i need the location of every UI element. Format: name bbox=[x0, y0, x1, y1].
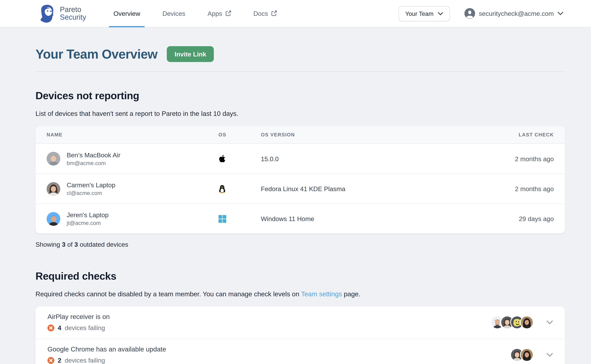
devices-table-header: NAME OS OS VERSION LAST CHECK bbox=[35, 126, 565, 144]
device-row[interactable]: Jeren's Laptop jt@acme.com Windows 11 Ho… bbox=[35, 203, 565, 234]
checks-description-text: page. bbox=[342, 290, 360, 298]
os-version: Fedora Linux 41 KDE Plasma bbox=[261, 185, 462, 192]
check-title: Google Chrome has an available update bbox=[47, 345, 166, 353]
last-check: 2 months ago bbox=[462, 155, 554, 162]
tab-apps-label: Apps bbox=[208, 10, 222, 17]
invite-link-button[interactable]: Invite Link bbox=[167, 46, 214, 62]
device-name: Jeren's Laptop bbox=[67, 211, 109, 219]
os-cell bbox=[219, 215, 261, 223]
brand-wordmark: Pareto Security bbox=[60, 6, 86, 21]
header-divider bbox=[35, 72, 565, 72]
brand-logo[interactable]: Pareto Security bbox=[39, 4, 86, 23]
check-info: Google Chrome has an available update 2 … bbox=[47, 345, 166, 364]
tab-overview[interactable]: Overview bbox=[113, 0, 141, 27]
account-email: securitycheck@acme.com bbox=[479, 10, 554, 17]
os-cell bbox=[219, 154, 261, 163]
check-row[interactable]: AirPlay receiver is on 4 devices failing bbox=[35, 306, 565, 339]
last-check: 29 days ago bbox=[462, 215, 554, 222]
team-selector-button[interactable]: Your Team bbox=[398, 6, 450, 21]
column-header-os: OS bbox=[219, 132, 261, 137]
tab-apps[interactable]: Apps bbox=[207, 0, 232, 27]
member-avatar bbox=[520, 315, 534, 329]
device-row[interactable]: Carmen's Laptop cl@acme.com bbox=[35, 174, 565, 203]
check-title: AirPlay receiver is on bbox=[47, 313, 110, 321]
check-status: 2 devices failing bbox=[47, 357, 166, 364]
check-row[interactable]: Google Chrome has an available update 2 … bbox=[35, 339, 565, 364]
os-cell bbox=[219, 185, 261, 193]
last-check: 2 months ago bbox=[462, 185, 554, 192]
external-link-icon bbox=[271, 10, 277, 16]
devices-table: NAME OS OS VERSION LAST CHECK Ben’s MacB… bbox=[35, 126, 565, 234]
windows-os-icon bbox=[219, 215, 226, 223]
linux-tux-icon bbox=[219, 185, 226, 193]
primary-nav: Overview Devices Apps Docs bbox=[113, 0, 278, 27]
devices-summary: Showing 3 of 3 outdated devices bbox=[35, 241, 565, 248]
page-header: Your Team Overview Invite Link bbox=[35, 46, 565, 62]
column-header-name: NAME bbox=[47, 132, 219, 137]
required-checks-list: AirPlay receiver is on 4 devices failing bbox=[35, 306, 565, 364]
device-owner-avatar bbox=[47, 152, 60, 165]
tab-devices[interactable]: Devices bbox=[162, 0, 186, 27]
check-row-right bbox=[510, 348, 553, 362]
summary-shown-count: 3 bbox=[62, 241, 65, 248]
summary-text: Showing bbox=[35, 241, 62, 248]
tab-overview-label: Overview bbox=[113, 10, 140, 17]
device-name-cell: Jeren's Laptop jt@acme.com bbox=[47, 211, 219, 226]
main-content: Your Team Overview Invite Link Devices n… bbox=[0, 27, 591, 364]
device-name-cell: Ben’s MacBook Air bm@acme.com bbox=[47, 151, 219, 166]
team-settings-link[interactable]: Team settings bbox=[301, 290, 342, 298]
brand-name-line2: Security bbox=[60, 13, 86, 21]
failing-members-avatars bbox=[491, 315, 534, 329]
device-name: Carmen's Laptop bbox=[67, 181, 115, 188]
checks-section-heading: Required checks bbox=[35, 270, 565, 282]
page-title: Your Team Overview bbox=[35, 47, 157, 61]
member-avatar bbox=[520, 348, 534, 362]
checks-description-text: Required checks cannot be disabled by a … bbox=[35, 290, 301, 298]
chevron-down-icon bbox=[438, 12, 443, 15]
pareto-mascot-icon bbox=[39, 4, 56, 23]
expand-check-chevron-icon[interactable] bbox=[546, 353, 553, 357]
tab-docs[interactable]: Docs bbox=[253, 0, 278, 27]
account-menu[interactable]: securitycheck@acme.com bbox=[464, 8, 563, 19]
error-x-icon bbox=[47, 324, 54, 331]
summary-text: outdated devices bbox=[78, 241, 128, 248]
summary-text: of bbox=[65, 241, 74, 248]
expand-check-chevron-icon[interactable] bbox=[546, 320, 553, 324]
column-header-last-check: LAST CHECK bbox=[462, 132, 554, 137]
failing-count: 2 bbox=[58, 357, 61, 364]
failing-count: 4 bbox=[58, 324, 61, 331]
check-status: 4 devices failing bbox=[47, 324, 110, 331]
team-selector-label: Your Team bbox=[405, 10, 434, 17]
device-owner-email: bm@acme.com bbox=[67, 160, 120, 166]
error-x-icon bbox=[47, 357, 54, 364]
failing-label: devices failing bbox=[65, 324, 105, 331]
device-row[interactable]: Ben’s MacBook Air bm@acme.com 15.0.0 2 m… bbox=[35, 144, 565, 174]
devices-section-description: List of devices that haven't sent a repo… bbox=[35, 110, 565, 117]
device-owner-avatar bbox=[47, 182, 60, 196]
failing-label: devices failing bbox=[65, 357, 105, 364]
chevron-down-icon bbox=[558, 12, 563, 15]
apple-os-icon bbox=[219, 154, 226, 163]
os-version: Windows 11 Home bbox=[261, 215, 462, 222]
device-name: Ben’s MacBook Air bbox=[67, 151, 120, 158]
column-header-os-version: OS VERSION bbox=[261, 132, 462, 137]
summary-total-count: 3 bbox=[74, 241, 78, 248]
check-info: AirPlay receiver is on 4 devices failing bbox=[47, 313, 110, 331]
topbar-right: Your Team securitycheck@acme.com bbox=[398, 6, 563, 21]
device-owner-email: cl@acme.com bbox=[67, 190, 115, 196]
device-owner-avatar bbox=[47, 212, 60, 226]
tab-docs-label: Docs bbox=[253, 10, 268, 17]
checks-section-description: Required checks cannot be disabled by a … bbox=[35, 290, 565, 298]
check-row-right bbox=[491, 315, 553, 329]
top-navigation-bar: Pareto Security Overview Devices Apps Do… bbox=[0, 0, 591, 27]
failing-members-avatars bbox=[510, 348, 534, 362]
device-owner-email: jt@acme.com bbox=[67, 220, 109, 226]
user-circle-icon bbox=[464, 8, 475, 19]
brand-name-line1: Pareto bbox=[60, 6, 86, 13]
devices-section-heading: Devices not reporting bbox=[35, 90, 565, 102]
device-name-cell: Carmen's Laptop cl@acme.com bbox=[47, 181, 219, 196]
app-viewport: Pareto Security Overview Devices Apps Do… bbox=[0, 0, 591, 364]
tab-devices-label: Devices bbox=[162, 10, 185, 17]
os-version: 15.0.0 bbox=[261, 155, 462, 162]
external-link-icon bbox=[225, 10, 231, 16]
